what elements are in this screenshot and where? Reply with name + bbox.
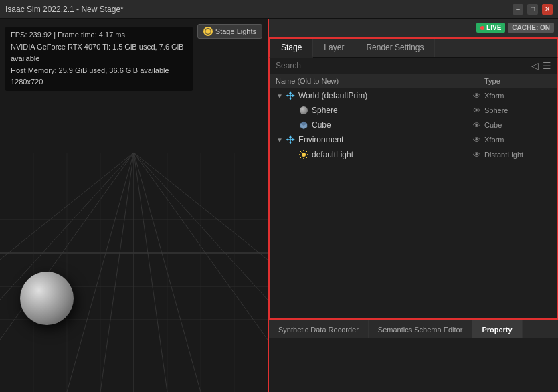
sphere-label: Sphere	[312, 106, 468, 115]
svg-line-45	[306, 157, 308, 159]
svg-line-44	[300, 151, 302, 153]
stage-lights-button[interactable]: Stage Lights	[197, 24, 262, 39]
maximize-button[interactable]: □	[527, 4, 538, 15]
vis-defaultlight[interactable]: 👁	[468, 151, 484, 159]
vis-cube[interactable]: 👁	[468, 121, 484, 129]
expand-sphere	[289, 106, 297, 114]
type-environment: Xform	[484, 136, 551, 144]
col-name-header: Name (Old to New)	[276, 77, 468, 85]
xform-icon-world	[285, 90, 296, 101]
svg-marker-29	[286, 94, 288, 97]
type-sphere: Sphere	[484, 106, 551, 114]
tab-synthetic-data-recorder[interactable]: Synthetic Data Recorder	[269, 320, 369, 338]
expand-defaultlight	[289, 151, 297, 159]
minimize-button[interactable]: –	[513, 4, 523, 15]
svg-marker-27	[289, 91, 292, 94]
right-panel: LIVE CACHE: ON Stage Layer Render Settin…	[268, 19, 558, 392]
svg-marker-36	[289, 142, 292, 144]
vis-environment[interactable]: 👁	[468, 136, 484, 144]
memory-info: Host Memory: 25.9 GiB used, 36.6 GiB ava…	[11, 65, 187, 77]
tab-layer[interactable]: Layer	[313, 39, 355, 57]
tree-item-defaultlight[interactable]: defaultLight 👁 DistantLight	[270, 147, 557, 162]
performance-info: FPS: 239.92 | Frame time: 4.17 ms NVIDIA…	[5, 27, 193, 91]
svg-marker-35	[289, 135, 292, 138]
vis-world[interactable]: 👁	[468, 92, 484, 100]
light-icon	[298, 149, 309, 160]
cache-badge: CACHE: ON	[508, 23, 554, 33]
stage-content: ◁ ☰ Name (Old to New) Type ▼	[269, 58, 558, 320]
tree-item-cube[interactable]: Cube 👁 Cube	[270, 118, 557, 132]
cube-label: Cube	[312, 120, 468, 130]
tab-property[interactable]: Property	[472, 320, 522, 338]
world-label: World (defaultPrim)	[298, 91, 468, 100]
cache-label: CACHE: ON	[512, 24, 550, 31]
titlebar-controls: – □ ✕	[513, 4, 553, 15]
tree-body: ▼ World (defaultPrim) 👁 Xform	[270, 88, 557, 318]
expand-environment[interactable]: ▼	[276, 136, 284, 144]
tab-render-settings[interactable]: Render Settings	[355, 39, 435, 57]
stage-lights-label: Stage Lights	[215, 27, 256, 35]
live-badge: LIVE	[476, 23, 505, 33]
svg-marker-28	[289, 98, 292, 100]
titlebar-title: Isaac Sim 2022.2.1 - New Stage*	[5, 5, 124, 14]
expand-world[interactable]: ▼	[276, 92, 284, 100]
svg-line-47	[300, 157, 302, 159]
tree-item-environment[interactable]: ▼ Environment 👁 Xform	[270, 132, 557, 147]
vis-sphere[interactable]: 👁	[468, 106, 484, 114]
svg-point-39	[302, 153, 306, 157]
tab-stage[interactable]: Stage	[270, 39, 313, 58]
col-type-header: Type	[484, 77, 551, 85]
type-defaultlight: DistantLight	[484, 151, 551, 159]
defaultlight-label: defaultLight	[312, 150, 468, 159]
search-input[interactable]	[276, 61, 527, 70]
viewport-sphere	[20, 272, 74, 325]
bottom-tabs: Synthetic Data Recorder Semantics Schema…	[269, 320, 558, 338]
tree-header: Name (Old to New) Type	[270, 74, 557, 88]
menu-icon[interactable]: ☰	[543, 60, 551, 71]
bottom-content	[269, 338, 558, 392]
resolution-info: 1280x720	[11, 76, 187, 88]
viewport-info: Stage Lights FPS: 239.92 | Frame time: 4…	[5, 24, 262, 91]
environment-label: Environment	[298, 135, 468, 144]
live-label: LIVE	[486, 24, 501, 31]
fps-info: FPS: 239.92 | Frame time: 4.17 ms	[11, 29, 187, 41]
close-button[interactable]: ✕	[542, 4, 553, 15]
svg-marker-30	[292, 94, 295, 97]
svg-marker-38	[292, 138, 295, 141]
type-cube: Cube	[484, 121, 551, 129]
tree-item-world[interactable]: ▼ World (defaultPrim) 👁 Xform	[270, 88, 557, 103]
sphere-icon	[298, 105, 309, 116]
stage-tabs: Stage Layer Render Settings	[269, 37, 558, 58]
xform-icon-env	[285, 134, 296, 145]
live-dot	[480, 26, 484, 30]
titlebar: Isaac Sim 2022.2.1 - New Stage* – □ ✕	[0, 0, 558, 19]
cube-icon	[298, 120, 309, 130]
svg-line-46	[306, 151, 308, 153]
expand-cube	[289, 121, 297, 129]
search-bar: ◁ ☰	[270, 58, 557, 74]
tree-item-sphere[interactable]: Sphere 👁 Sphere	[270, 103, 557, 118]
type-world: Xform	[484, 92, 551, 100]
top-toolbar: LIVE CACHE: ON	[269, 19, 558, 37]
tab-semantics-schema-editor[interactable]: Semantics Schema Editor	[369, 320, 473, 338]
sun-icon	[203, 27, 213, 36]
viewport: Stage Lights FPS: 239.92 | Frame time: 4…	[0, 19, 268, 392]
filter-icon[interactable]: ◁	[531, 60, 539, 71]
gpu-info: NVIDIA GeForce RTX 4070 Ti: 1.5 GiB used…	[11, 41, 187, 65]
main-layout: Stage Lights FPS: 239.92 | Frame time: 4…	[0, 19, 558, 392]
svg-marker-37	[286, 138, 288, 141]
